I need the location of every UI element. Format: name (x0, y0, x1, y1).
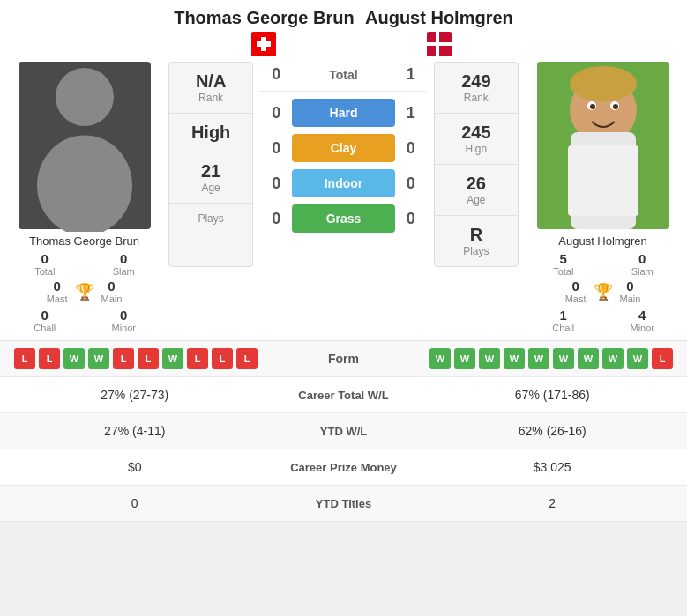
content-center: N/A Rank High 21 Age Plays 0 (168, 62, 519, 267)
left-plays-item: Plays (169, 204, 252, 234)
right-form-3: W (479, 348, 500, 369)
titles-label: YTD Titles (256, 497, 432, 510)
svg-point-8 (590, 104, 595, 109)
right-stat-slam: 0 Slam (605, 251, 681, 277)
left-form-7: W (162, 348, 183, 369)
right-form-5: W (528, 348, 549, 369)
left-form-2: L (39, 348, 60, 369)
left-player-name-below: Thomas George Brun (29, 234, 139, 248)
right-trophy-row: 0 Mast 🏆 0 Main (565, 278, 641, 304)
ytd-wl-left: 27% (4-11) (14, 424, 256, 438)
total-score-right: 1 (395, 65, 427, 84)
right-stat-mast: 0 Mast (565, 278, 586, 304)
svg-rect-10 (568, 145, 638, 216)
right-plays-item: R Plays (435, 216, 518, 266)
left-stat-mast: 0 Mast (47, 278, 68, 304)
right-form-7: W (578, 348, 599, 369)
right-player-photo (537, 62, 669, 229)
clay-bar: Clay (292, 134, 395, 162)
left-form-badges: L L W W L L W L L L (14, 348, 273, 369)
left-flag (251, 32, 276, 62)
left-form-3: W (63, 348, 85, 369)
right-stats-grid-2: 1 Chall 4 Minor (526, 308, 680, 333)
content-row: Thomas George Brun 0 Total 0 Slam 0 Mast… (0, 62, 687, 333)
right-form-badges: W W W W W W W W W L (414, 348, 674, 369)
right-player-name: August Holmgren (365, 7, 513, 28)
svg-point-9 (613, 104, 618, 109)
ytd-wl-right: 62% (26-16) (432, 424, 674, 438)
career-wl-label: Career Total W/L (256, 389, 432, 402)
career-wl-right: 67% (171-86) (432, 388, 674, 402)
prize-label: Career Prize Money (256, 461, 432, 474)
right-form-2: W (454, 348, 475, 369)
left-stats-grid: 0 Total 0 Slam (7, 251, 161, 277)
left-form-4: W (88, 348, 109, 369)
left-form-6: L (138, 348, 159, 369)
silhouette-svg (19, 60, 151, 232)
right-stat-minor: 4 Minor (605, 308, 681, 333)
left-form-1: L (14, 348, 35, 369)
left-rank-item: N/A Rank (169, 63, 252, 114)
left-trophy-row: 0 Mast 🏆 0 Main (47, 278, 123, 304)
left-form-10: L (236, 348, 258, 369)
bars-column: 0 Total 1 0 Hard 1 0 Clay 0 0 (260, 62, 427, 267)
career-wl-left: 27% (27-73) (14, 388, 256, 402)
left-age-item: 21 Age (169, 152, 252, 204)
right-form-8: W (602, 348, 624, 369)
svg-point-0 (56, 68, 114, 126)
left-player-photo (19, 62, 151, 229)
right-trophy-icon: 🏆 (594, 282, 613, 301)
left-form-5: L (113, 348, 134, 369)
surface-hard-row: 0 Hard 1 (260, 95, 427, 130)
right-flag (427, 32, 452, 62)
form-label: Form (273, 352, 414, 366)
right-stat-total: 5 Total (526, 251, 601, 277)
right-rank-item: 249 Rank (435, 63, 518, 114)
svg-point-1 (37, 135, 132, 232)
right-stat-main: 0 Main (620, 278, 641, 304)
left-stat-chall: 0 Chall (7, 308, 83, 333)
total-row: 0 Total 1 (260, 62, 427, 92)
right-player-section: August Holmgren 5 Total 0 Slam 0 Mast 🏆 (526, 62, 680, 333)
surface-grass-row: 0 Grass 0 (260, 201, 427, 236)
total-label: Total (292, 68, 395, 82)
career-wl-row: 27% (27-73) Career Total W/L 67% (171-86… (0, 377, 687, 413)
right-info-card: 249 Rank 245 High 26 Age R Plays (434, 62, 519, 267)
prize-money-row: $0 Career Prize Money $3,025 (0, 449, 687, 486)
bottom-section: L L W W L L W L L L Form W W W W W W W W (0, 340, 687, 522)
left-stat-slam: 0 Slam (86, 251, 162, 277)
svg-point-5 (570, 66, 637, 101)
right-name-block: August Holmgren (365, 7, 513, 62)
left-high-item: High (169, 114, 252, 152)
right-form-10: L (652, 348, 673, 369)
right-player-name-below: August Holmgren (558, 234, 646, 248)
hard-bar: Hard (292, 99, 395, 127)
left-name-block: Thomas George Brun (174, 7, 354, 62)
right-age-item: 26 Age (435, 165, 518, 216)
prize-left: $0 (14, 460, 256, 474)
holmgren-svg (537, 62, 669, 229)
total-score-left: 0 (260, 65, 292, 84)
right-form-4: W (504, 348, 525, 369)
left-form-8: L (187, 348, 208, 369)
indoor-bar: Indoor (292, 169, 395, 197)
left-stats-grid-2: 0 Chall 0 Minor (7, 308, 161, 333)
header-row: Thomas George Brun August Holmgren (0, 0, 687, 62)
titles-left: 0 (14, 496, 256, 510)
right-form-1: W (429, 348, 451, 369)
header-center: Thomas George Brun August Holmgren (161, 7, 526, 62)
titles-right: 2 (432, 496, 674, 510)
right-high-item: 245 High (435, 114, 518, 165)
prize-right: $3,025 (432, 460, 674, 474)
surface-clay-row: 0 Clay 0 (260, 130, 427, 166)
right-stat-chall: 1 Chall (526, 308, 601, 333)
page-wrapper: Thomas George Brun August Holmgren (0, 0, 687, 522)
grass-bar: Grass (292, 204, 395, 233)
right-stats-grid: 5 Total 0 Slam (526, 251, 680, 277)
left-player-name: Thomas George Brun (174, 7, 354, 28)
left-stat-main: 0 Main (101, 278, 123, 304)
left-player-section: Thomas George Brun 0 Total 0 Slam 0 Mast… (7, 62, 161, 333)
ytd-wl-row: 27% (4-11) YTD W/L 62% (26-16) (0, 413, 687, 449)
ytd-titles-row: 0 YTD Titles 2 (0, 486, 687, 522)
left-trophy-icon: 🏆 (75, 282, 94, 301)
